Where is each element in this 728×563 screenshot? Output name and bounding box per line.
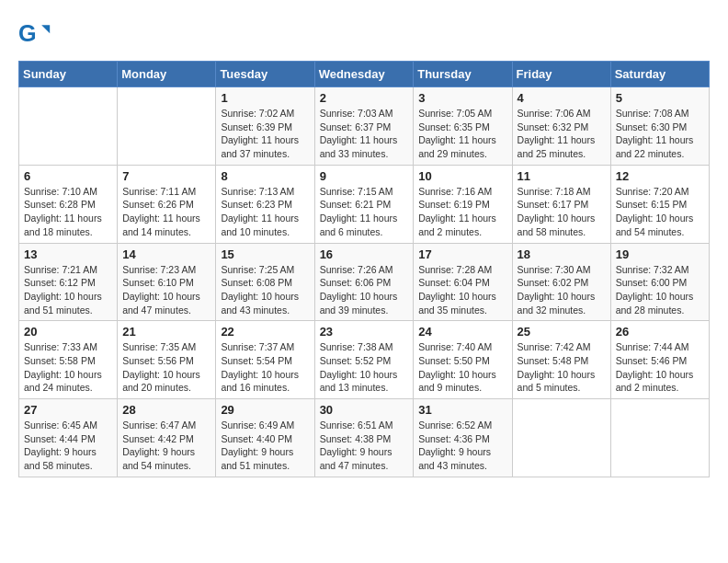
calendar-cell: 2Sunrise: 7:03 AM Sunset: 6:37 PM Daylig… bbox=[314, 87, 414, 166]
calendar-cell: 28Sunrise: 6:47 AM Sunset: 4:42 PM Dayli… bbox=[118, 399, 216, 477]
weekday-row: SundayMondayTuesdayWednesdayThursdayFrid… bbox=[19, 62, 710, 87]
day-info: Sunrise: 7:23 AM Sunset: 6:10 PM Dayligh… bbox=[122, 263, 210, 317]
calendar-cell: 22Sunrise: 7:37 AM Sunset: 5:54 PM Dayli… bbox=[216, 321, 314, 399]
day-info: Sunrise: 7:08 AM Sunset: 6:30 PM Dayligh… bbox=[616, 107, 704, 161]
day-number: 10 bbox=[418, 169, 506, 183]
day-info: Sunrise: 7:44 AM Sunset: 5:46 PM Dayligh… bbox=[616, 340, 704, 395]
calendar-cell: 23Sunrise: 7:38 AM Sunset: 5:52 PM Dayli… bbox=[314, 321, 414, 399]
calendar-cell: 14Sunrise: 7:23 AM Sunset: 6:10 PM Dayli… bbox=[118, 243, 216, 321]
day-number: 17 bbox=[418, 247, 506, 261]
calendar-cell: 11Sunrise: 7:18 AM Sunset: 6:17 PM Dayli… bbox=[512, 165, 610, 243]
calendar-cell: 13Sunrise: 7:21 AM Sunset: 6:12 PM Dayli… bbox=[19, 243, 118, 321]
day-number: 12 bbox=[616, 169, 704, 183]
day-info: Sunrise: 7:06 AM Sunset: 6:32 PM Dayligh… bbox=[518, 107, 606, 161]
calendar-cell: 30Sunrise: 6:51 AM Sunset: 4:38 PM Dayli… bbox=[314, 399, 414, 477]
day-info: Sunrise: 7:38 AM Sunset: 5:52 PM Dayligh… bbox=[320, 340, 409, 395]
weekday-header-wednesday: Wednesday bbox=[314, 62, 414, 87]
page-header: G bbox=[18, 18, 710, 52]
day-info: Sunrise: 7:30 AM Sunset: 6:02 PM Dayligh… bbox=[518, 263, 606, 317]
day-number: 14 bbox=[122, 247, 210, 261]
calendar-cell: 4Sunrise: 7:06 AM Sunset: 6:32 PM Daylig… bbox=[512, 87, 610, 166]
day-number: 29 bbox=[221, 403, 309, 417]
calendar-cell: 10Sunrise: 7:16 AM Sunset: 6:19 PM Dayli… bbox=[414, 165, 512, 243]
day-number: 8 bbox=[221, 169, 309, 183]
day-number: 25 bbox=[518, 325, 606, 339]
logo-icon: G bbox=[18, 18, 51, 52]
day-number: 5 bbox=[616, 91, 704, 105]
day-info: Sunrise: 7:26 AM Sunset: 6:06 PM Dayligh… bbox=[320, 263, 409, 317]
calendar-cell: 24Sunrise: 7:40 AM Sunset: 5:50 PM Dayli… bbox=[414, 321, 512, 399]
calendar-cell: 20Sunrise: 7:33 AM Sunset: 5:58 PM Dayli… bbox=[19, 321, 118, 399]
day-number: 20 bbox=[24, 325, 112, 339]
day-info: Sunrise: 7:11 AM Sunset: 6:26 PM Dayligh… bbox=[122, 185, 210, 239]
day-number: 4 bbox=[518, 91, 606, 105]
calendar-cell: 18Sunrise: 7:30 AM Sunset: 6:02 PM Dayli… bbox=[512, 243, 610, 321]
day-info: Sunrise: 7:02 AM Sunset: 6:39 PM Dayligh… bbox=[221, 107, 309, 161]
day-info: Sunrise: 6:45 AM Sunset: 4:44 PM Dayligh… bbox=[24, 419, 112, 473]
calendar-cell: 16Sunrise: 7:26 AM Sunset: 6:06 PM Dayli… bbox=[314, 243, 414, 321]
day-number: 27 bbox=[24, 403, 112, 417]
calendar-cell: 15Sunrise: 7:25 AM Sunset: 6:08 PM Dayli… bbox=[216, 243, 314, 321]
calendar-cell: 5Sunrise: 7:08 AM Sunset: 6:30 PM Daylig… bbox=[610, 87, 709, 166]
calendar-week-1: 1Sunrise: 7:02 AM Sunset: 6:39 PM Daylig… bbox=[19, 87, 710, 166]
calendar-cell: 8Sunrise: 7:13 AM Sunset: 6:23 PM Daylig… bbox=[216, 165, 314, 243]
calendar-week-2: 6Sunrise: 7:10 AM Sunset: 6:28 PM Daylig… bbox=[19, 165, 710, 243]
calendar-cell: 12Sunrise: 7:20 AM Sunset: 6:15 PM Dayli… bbox=[610, 165, 709, 243]
day-number: 6 bbox=[24, 169, 112, 183]
day-info: Sunrise: 7:16 AM Sunset: 6:19 PM Dayligh… bbox=[418, 185, 506, 239]
day-info: Sunrise: 7:32 AM Sunset: 6:00 PM Dayligh… bbox=[616, 263, 704, 317]
day-number: 23 bbox=[320, 325, 409, 339]
logo: G bbox=[18, 18, 55, 52]
calendar-cell bbox=[19, 87, 118, 166]
day-info: Sunrise: 6:47 AM Sunset: 4:42 PM Dayligh… bbox=[122, 419, 210, 473]
weekday-header-saturday: Saturday bbox=[610, 62, 709, 87]
weekday-header-monday: Monday bbox=[118, 62, 216, 87]
calendar-cell: 1Sunrise: 7:02 AM Sunset: 6:39 PM Daylig… bbox=[216, 87, 314, 166]
day-number: 1 bbox=[221, 91, 309, 105]
calendar-cell: 6Sunrise: 7:10 AM Sunset: 6:28 PM Daylig… bbox=[19, 165, 118, 243]
day-info: Sunrise: 7:25 AM Sunset: 6:08 PM Dayligh… bbox=[221, 263, 309, 317]
day-info: Sunrise: 7:28 AM Sunset: 6:04 PM Dayligh… bbox=[418, 263, 506, 317]
day-number: 3 bbox=[418, 91, 506, 105]
day-number: 15 bbox=[221, 247, 309, 261]
calendar-cell: 19Sunrise: 7:32 AM Sunset: 6:00 PM Dayli… bbox=[610, 243, 709, 321]
day-info: Sunrise: 6:49 AM Sunset: 4:40 PM Dayligh… bbox=[221, 419, 309, 473]
day-info: Sunrise: 7:18 AM Sunset: 6:17 PM Dayligh… bbox=[518, 185, 606, 239]
calendar-cell: 26Sunrise: 7:44 AM Sunset: 5:46 PM Dayli… bbox=[610, 321, 709, 399]
calendar-cell: 17Sunrise: 7:28 AM Sunset: 6:04 PM Dayli… bbox=[414, 243, 512, 321]
svg-text:G: G bbox=[18, 20, 37, 46]
day-number: 26 bbox=[616, 325, 704, 339]
day-info: Sunrise: 7:35 AM Sunset: 5:56 PM Dayligh… bbox=[122, 340, 210, 395]
day-number: 31 bbox=[418, 403, 506, 417]
day-number: 19 bbox=[616, 247, 704, 261]
day-number: 11 bbox=[518, 169, 606, 183]
day-info: Sunrise: 7:21 AM Sunset: 6:12 PM Dayligh… bbox=[24, 263, 112, 317]
day-number: 18 bbox=[518, 247, 606, 261]
weekday-header-sunday: Sunday bbox=[19, 62, 118, 87]
calendar-cell: 3Sunrise: 7:05 AM Sunset: 6:35 PM Daylig… bbox=[414, 87, 512, 166]
calendar-week-4: 20Sunrise: 7:33 AM Sunset: 5:58 PM Dayli… bbox=[19, 321, 710, 399]
day-info: Sunrise: 7:15 AM Sunset: 6:21 PM Dayligh… bbox=[320, 185, 409, 239]
day-number: 7 bbox=[122, 169, 210, 183]
calendar-cell bbox=[610, 399, 709, 477]
day-number: 16 bbox=[320, 247, 409, 261]
calendar-cell: 21Sunrise: 7:35 AM Sunset: 5:56 PM Dayli… bbox=[118, 321, 216, 399]
day-info: Sunrise: 7:10 AM Sunset: 6:28 PM Dayligh… bbox=[24, 185, 112, 239]
calendar-cell bbox=[512, 399, 610, 477]
calendar-week-3: 13Sunrise: 7:21 AM Sunset: 6:12 PM Dayli… bbox=[19, 243, 710, 321]
day-number: 30 bbox=[320, 403, 409, 417]
day-number: 13 bbox=[24, 247, 112, 261]
calendar-cell: 25Sunrise: 7:42 AM Sunset: 5:48 PM Dayli… bbox=[512, 321, 610, 399]
weekday-header-friday: Friday bbox=[512, 62, 610, 87]
day-info: Sunrise: 7:37 AM Sunset: 5:54 PM Dayligh… bbox=[221, 340, 309, 395]
day-number: 21 bbox=[122, 325, 210, 339]
day-number: 9 bbox=[320, 169, 409, 183]
day-info: Sunrise: 6:52 AM Sunset: 4:36 PM Dayligh… bbox=[418, 419, 506, 473]
day-info: Sunrise: 7:03 AM Sunset: 6:37 PM Dayligh… bbox=[320, 107, 409, 161]
calendar-table: SundayMondayTuesdayWednesdayThursdayFrid… bbox=[18, 61, 710, 477]
day-number: 24 bbox=[418, 325, 506, 339]
calendar-week-5: 27Sunrise: 6:45 AM Sunset: 4:44 PM Dayli… bbox=[19, 399, 710, 477]
day-number: 28 bbox=[122, 403, 210, 417]
day-number: 22 bbox=[221, 325, 309, 339]
day-info: Sunrise: 7:33 AM Sunset: 5:58 PM Dayligh… bbox=[24, 340, 112, 395]
